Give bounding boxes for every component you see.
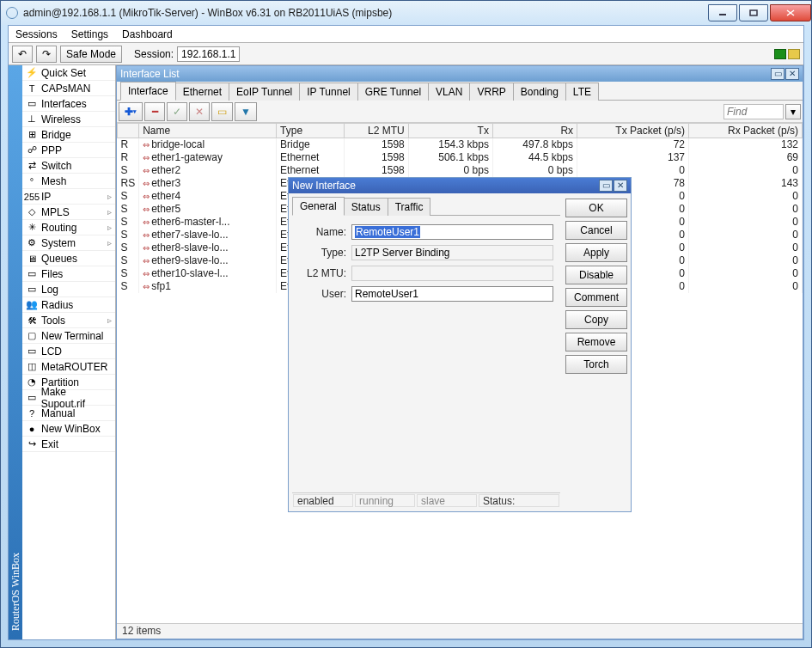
- sidebar-item-mpls[interactable]: ◇MPLS▹: [22, 205, 115, 220]
- user-input[interactable]: RemoteUser1: [351, 286, 553, 302]
- sidebar-item-switch[interactable]: ⇄Switch: [22, 158, 115, 174]
- sidebar-item-quick-set[interactable]: ⚡Quick Set: [22, 65, 115, 81]
- titlebar[interactable]: admin@192.168.1.1 (MikroTik-Server) - Wi…: [1, 1, 811, 25]
- menu-dashboard[interactable]: Dashboard: [122, 28, 173, 40]
- nav-icon: ⚙: [26, 237, 38, 249]
- sidebar-item-bridge[interactable]: ⊞Bridge: [22, 127, 115, 143]
- cancel-button[interactable]: Cancel: [565, 221, 627, 240]
- safe-mode-button[interactable]: Safe Mode: [60, 46, 122, 63]
- copy-button[interactable]: Copy: [565, 310, 627, 329]
- dialog-minimize-button[interactable]: ▭: [599, 180, 613, 192]
- sidebar-item-radius[interactable]: 👥Radius: [22, 297, 115, 313]
- table-row[interactable]: S⇔ether2Ethernet15980 bps0 bps00: [118, 164, 803, 177]
- interface-list-titlebar[interactable]: Interface List ▭ ✕: [117, 66, 803, 82]
- dialog-title: New Interface: [292, 180, 356, 192]
- status-green-icon: [774, 49, 786, 59]
- nav-icon: °: [26, 175, 38, 187]
- interface-icon: ⇔: [143, 243, 150, 253]
- interface-icon: ⇔: [143, 179, 150, 188]
- col-header[interactable]: L2 MTU: [344, 124, 408, 138]
- nav-icon: 🖥: [26, 253, 38, 265]
- nav-icon: ↪: [26, 438, 38, 450]
- comment-button[interactable]: Comment: [565, 288, 627, 307]
- disable-button[interactable]: ✕: [189, 102, 210, 121]
- dialog-close-button[interactable]: ✕: [614, 180, 627, 192]
- top-toolbar: ↶ ↷ Safe Mode Session: 192.168.1.1: [9, 43, 803, 65]
- table-row[interactable]: R⇔bridge-localBridge1598154.3 kbps497.8 …: [118, 138, 803, 151]
- tab-ip-tunnel[interactable]: IP Tunnel: [299, 83, 357, 101]
- table-row[interactable]: R⇔ether1-gatewayEthernet1598506.1 kbps44…: [118, 151, 803, 164]
- nav-icon: ▭: [26, 284, 38, 296]
- sidebar-item-tools[interactable]: 🛠Tools▹: [22, 313, 115, 328]
- remove-button[interactable]: Remove: [565, 333, 627, 352]
- enable-button[interactable]: ✓: [167, 102, 187, 121]
- add-button[interactable]: ✚▾: [119, 102, 143, 121]
- remove-button[interactable]: ━: [144, 102, 165, 121]
- ok-button[interactable]: OK: [565, 199, 627, 217]
- tab-status[interactable]: Status: [344, 198, 388, 216]
- col-header[interactable]: Name: [139, 124, 277, 138]
- tab-interface[interactable]: Interface: [120, 82, 176, 101]
- tab-general[interactable]: General: [292, 197, 345, 216]
- session-value[interactable]: 192.168.1.1: [177, 46, 240, 62]
- sidebar-item-capsman[interactable]: TCAPsMAN: [22, 81, 115, 96]
- col-header[interactable]: Rx: [492, 124, 577, 138]
- torch-button[interactable]: Torch: [565, 355, 627, 374]
- tab-bonding[interactable]: Bonding: [513, 83, 566, 101]
- sidebar-item-files[interactable]: ▭Files: [22, 266, 115, 282]
- nav-icon: ☍: [26, 144, 38, 156]
- sidebar-item-system[interactable]: ⚙System▹: [22, 235, 115, 251]
- tab-vlan[interactable]: VLAN: [428, 83, 470, 101]
- col-header[interactable]: Rx Packet (p/s): [689, 124, 803, 138]
- child-close-button[interactable]: ✕: [785, 68, 799, 80]
- interface-icon: ⇔: [143, 153, 150, 162]
- close-button[interactable]: [770, 4, 811, 21]
- comment-button[interactable]: ▭: [211, 102, 233, 121]
- nav-icon: ✳: [26, 222, 38, 234]
- tab-lte[interactable]: LTE: [565, 83, 599, 101]
- menu-settings[interactable]: Settings: [71, 28, 108, 40]
- sidebar-item-make-supout-rif[interactable]: ▭Make Supout.rif: [22, 390, 115, 406]
- nav-icon: ▭: [26, 345, 38, 358]
- maximize-button[interactable]: [739, 4, 768, 21]
- sidebar-item-new-terminal[interactable]: ▢New Terminal: [22, 328, 115, 344]
- sidebar-item-queues[interactable]: 🖥Queues: [22, 251, 115, 266]
- col-header[interactable]: [118, 124, 139, 138]
- tab-ethernet[interactable]: Ethernet: [175, 83, 229, 101]
- sidebar-item-interfaces[interactable]: ▭Interfaces: [22, 96, 115, 112]
- col-header[interactable]: Type: [277, 124, 345, 138]
- apply-button[interactable]: Apply: [565, 243, 627, 262]
- undo-button[interactable]: ↶: [12, 46, 33, 63]
- tab-traffic[interactable]: Traffic: [388, 198, 431, 216]
- app-icon: [6, 7, 18, 19]
- nav-icon: ⊥: [26, 113, 38, 125]
- dialog-titlebar[interactable]: New Interface ▭ ✕: [289, 178, 631, 193]
- sidebar-item-ip[interactable]: 255IP▹: [22, 189, 115, 205]
- sidebar-item-metarouter[interactable]: ◫MetaROUTER: [22, 359, 115, 375]
- child-minimize-button[interactable]: ▭: [771, 68, 785, 80]
- redo-button[interactable]: ↷: [36, 46, 57, 63]
- sidebar-item-new-winbox[interactable]: ●New WinBox: [22, 421, 115, 437]
- sidebar-item-wireless[interactable]: ⊥Wireless: [22, 112, 115, 127]
- menu-sessions[interactable]: Sessions: [15, 28, 58, 40]
- filter-button[interactable]: ▼: [235, 102, 257, 121]
- sidebar-item-log[interactable]: ▭Log: [22, 282, 115, 297]
- col-header[interactable]: Tx: [408, 124, 492, 138]
- columns-button[interactable]: ▾: [785, 104, 801, 119]
- name-input[interactable]: RemoteUser1: [351, 224, 553, 240]
- sidebar-item-exit[interactable]: ↪Exit: [22, 437, 115, 452]
- l2mtu-value: [351, 266, 553, 281]
- interface-icon: ⇔: [143, 282, 150, 291]
- tab-eoip-tunnel[interactable]: EoIP Tunnel: [229, 83, 300, 101]
- sidebar-item-lcd[interactable]: ▭LCD: [22, 344, 115, 359]
- tab-vrrp[interactable]: VRRP: [469, 83, 513, 101]
- sidebar-item-mesh[interactable]: °Mesh: [22, 174, 115, 189]
- sidebar-item-routing[interactable]: ✳Routing▹: [22, 220, 115, 235]
- col-header[interactable]: Tx Packet (p/s): [577, 124, 689, 138]
- find-input[interactable]: [723, 104, 784, 119]
- tab-gre-tunnel[interactable]: GRE Tunnel: [357, 83, 429, 101]
- sidebar-item-ppp[interactable]: ☍PPP: [22, 143, 115, 158]
- minimize-button[interactable]: [708, 4, 737, 21]
- interface-icon: ⇔: [143, 205, 150, 214]
- disable-button[interactable]: Disable: [565, 266, 627, 284]
